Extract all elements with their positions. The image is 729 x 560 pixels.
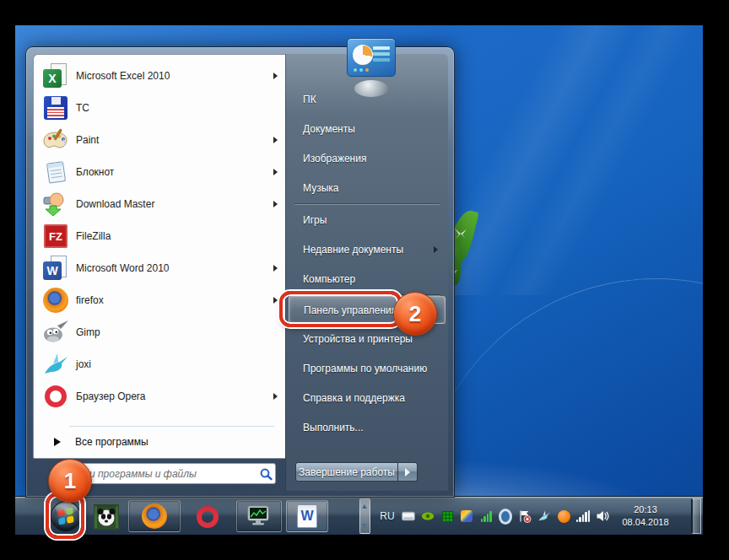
menu-item-label: Музыка [303,182,338,194]
taskbar-firefox-button[interactable] [128,500,181,532]
program-label: firefox [76,294,104,306]
submenu-arrow-icon [273,393,278,400]
program-item-tc[interactable]: TC [34,92,286,124]
menu-item-recent-documents[interactable]: Недавние документы [286,234,448,264]
program-label: Microsoft Excel 2010 [76,70,170,82]
submenu-arrow-icon [273,201,278,207]
menu-separator [69,426,274,427]
menu-item-label: Устройства и принтеры [303,333,413,345]
shutdown-arrow-icon [405,468,410,477]
chevron-up-icon [362,504,367,509]
download-master-icon [42,191,69,218]
user-tile [345,35,397,102]
menu-item-music[interactable]: Музыка [286,173,448,202]
network-signal-green-icon[interactable] [479,509,493,523]
word-icon: W [42,255,69,282]
system-tray [402,497,609,535]
tile-pedestal [354,80,388,97]
show-desktop-button[interactable] [691,498,701,534]
taskbar-word-button[interactable]: W [286,500,328,532]
menu-item-label: Изображения [303,153,366,164]
program-label: Браузер Opera [76,390,146,402]
taskbar-antivirus-panda-button[interactable] [93,503,120,530]
grid-utility-icon[interactable] [440,509,454,523]
nvidia-icon[interactable] [421,509,435,523]
program-label: FileZilla [76,230,111,242]
joxi-bird-icon[interactable] [537,509,551,523]
menu-item-label: ПК [303,94,316,105]
filezilla-icon: FZ [42,223,69,250]
program-item-gimp[interactable]: Gimp [34,316,286,348]
screenshot-lens-icon[interactable] [499,509,512,523]
program-label: Gimp [76,326,100,338]
taskbar: W RU [15,496,703,535]
program-label: Download Master [76,198,154,210]
submenu-arrow-icon [273,265,278,272]
dots-glyph [354,68,369,72]
program-label: Блокнот [76,166,114,178]
shutdown-label: Завершение работы [299,466,395,478]
firefox-icon [42,287,69,314]
menu-item-pictures[interactable]: Изображения [286,143,448,173]
program-item-paint[interactable]: Paint [34,124,286,156]
program-item-excel[interactable]: X Microsoft Excel 2010 [34,60,286,92]
program-item-notepad[interactable]: Блокнот [34,156,286,188]
annotation-step-2: 2 [393,292,437,336]
annotation-rect-control-panel [279,291,402,327]
notepad-icon [42,159,69,186]
chevron-down-icon [362,524,367,528]
clock-date: 08.04.2018 [622,516,668,529]
desktop: X Microsoft Excel 2010 TC [15,25,703,535]
annotation-step-1: 1 [48,459,92,503]
program-label: Microsoft Word 2010 [76,262,170,274]
program-label: Paint [76,134,99,146]
shutdown-controls: Завершение работы [295,462,418,482]
places-list: ПК Документы Изображения Музыка Игры Нед… [286,84,448,442]
pie-chart-glyph [353,45,373,65]
paint-icon [42,127,69,153]
program-item-joxi[interactable]: joxi [34,348,286,380]
program-label: joxi [76,358,91,370]
taskbar-clock[interactable]: 20:13 08.04.2018 [606,497,685,535]
shutdown-options-button[interactable] [398,462,418,482]
program-item-opera[interactable]: Браузер Opera [34,380,286,412]
menu-item-documents[interactable]: Документы [286,114,448,143]
show-hidden-icons-button[interactable] [359,498,370,534]
menu-item-computer[interactable]: Компьютер [286,264,448,293]
program-item-download-master[interactable]: Download Master [34,188,286,220]
submenu-arrow-icon [273,169,278,175]
menu-item-label: Программы по умолчанию [303,363,427,374]
butterfly-icon [454,228,467,240]
submenu-arrow-icon [273,297,278,304]
excel-icon: X [42,62,69,89]
menu-item-games[interactable]: Игры [286,205,448,234]
program-list: X Microsoft Excel 2010 TC [34,60,286,412]
program-item-firefox[interactable]: firefox [34,284,286,316]
menu-item-default-programs[interactable]: Программы по умолчанию [286,353,448,383]
language-indicator[interactable]: RU [375,497,400,535]
program-item-filezilla[interactable]: FZ FileZilla [34,220,286,252]
submenu-arrow-icon [273,137,278,143]
program-item-word[interactable]: W Microsoft Word 2010 [34,252,286,284]
menu-item-label: Выполнить... [303,422,364,433]
menu-item-help-support[interactable]: Справка и поддержка [286,383,448,412]
shutdown-button[interactable]: Завершение работы [295,462,398,482]
search-icon[interactable] [258,467,275,481]
taskbar-system-monitor-button[interactable] [236,500,282,532]
action-center-flag-icon[interactable] [518,509,532,523]
keyboard-icon[interactable] [402,509,415,523]
avast-icon[interactable] [557,509,570,523]
all-programs-button[interactable]: Все программы [34,430,286,454]
menu-item-label: Недавние документы [303,244,403,256]
download-master-tray-icon[interactable] [460,509,473,523]
menu-item-run[interactable]: Выполнить... [286,412,448,442]
all-programs-arrow-icon [54,438,61,446]
gimp-icon [42,319,69,346]
start-menu-places-panel: ПК Документы Изображения Музыка Игры Нед… [285,54,448,491]
list-bars-glyph [373,46,390,64]
taskbar-opera-button[interactable] [192,503,223,530]
start-menu-programs-panel: X Microsoft Excel 2010 TC [33,54,287,459]
panda-icon [94,504,119,530]
network-signal-white-icon[interactable] [576,509,590,523]
floppy-icon [42,94,69,121]
